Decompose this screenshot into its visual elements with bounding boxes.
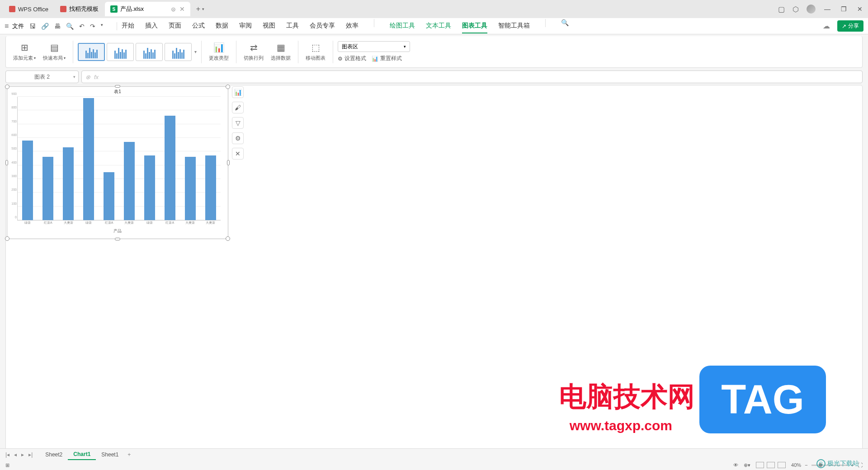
resize-handle[interactable] xyxy=(5,236,9,241)
page-view-icon[interactable] xyxy=(767,462,775,468)
chart-bar[interactable] xyxy=(165,116,175,220)
formula-input[interactable]: ⊗ fx xyxy=(81,70,863,83)
file-tab[interactable]: S 产品.xlsx ⊜ ✕ xyxy=(105,2,190,16)
resize-handle[interactable] xyxy=(226,85,230,89)
save-icon[interactable]: 🖫 xyxy=(29,23,36,30)
undo-icon[interactable]: ↶ xyxy=(79,23,85,30)
cloud-icon[interactable]: ☁ xyxy=(823,22,830,30)
tab-efficiency[interactable]: 效率 xyxy=(346,19,359,33)
share-button[interactable]: ↗ 分享 xyxy=(837,20,863,32)
chart-bar[interactable] xyxy=(185,157,196,220)
minimize-button[interactable]: — xyxy=(823,5,832,13)
tab-member[interactable]: 会员专享 xyxy=(310,19,335,33)
resize-handle[interactable] xyxy=(115,238,120,240)
chart-area-select[interactable]: 图表区 ▾ xyxy=(338,41,410,52)
eye-icon[interactable]: 👁 xyxy=(733,462,738,468)
chart-plot[interactable]: 0100200300400500600700800900绿茶红茶A大麦茶绿茶红茶… xyxy=(17,97,221,221)
chart-canvas[interactable]: 表1 0100200300400500600700800900绿茶红茶A大麦茶绿… xyxy=(5,85,863,452)
style-thumb-2[interactable] xyxy=(107,43,134,61)
chart-styles-icon[interactable]: 🖌 xyxy=(232,102,244,113)
chart-elements-icon[interactable]: 📊 xyxy=(232,86,244,98)
preview-icon[interactable]: 🔍 xyxy=(66,23,74,30)
fx-icon[interactable]: fx xyxy=(94,74,99,80)
chart-tools-icon[interactable]: ✕ xyxy=(232,148,244,160)
cancel-icon[interactable]: ⊗ xyxy=(85,74,90,80)
target-icon[interactable]: ⊕▾ xyxy=(744,462,750,468)
status-icon[interactable]: ⊞ xyxy=(5,462,9,468)
tab-drawtools[interactable]: 绘图工具 xyxy=(390,19,415,33)
resize-handle[interactable] xyxy=(5,85,9,89)
normal-view-icon[interactable] xyxy=(756,462,764,468)
chart-bar[interactable] xyxy=(63,147,74,220)
tab-smarttools[interactable]: 智能工具箱 xyxy=(498,19,530,33)
close-button[interactable]: ✕ xyxy=(855,5,864,13)
move-chart-button[interactable]: ⬚ 移动图表 xyxy=(303,38,328,66)
tab-insert[interactable]: 插入 xyxy=(145,19,158,33)
set-format-button[interactable]: ⚙ 设置格式 xyxy=(338,55,366,62)
chart-settings-icon[interactable]: ⚙ xyxy=(232,132,244,144)
app-tab[interactable]: WPS Office xyxy=(4,2,54,16)
tab-data[interactable]: 数据 xyxy=(216,19,228,33)
last-sheet-icon[interactable]: ▸| xyxy=(28,451,33,458)
link-icon[interactable]: 🔗 xyxy=(41,23,49,30)
chart-xtitle[interactable]: 产品 xyxy=(113,228,122,234)
name-box[interactable]: 图表 2 ▾ xyxy=(5,70,79,83)
zoom-out-button[interactable]: − xyxy=(805,462,807,468)
tab-texttools[interactable]: 文本工具 xyxy=(426,19,451,33)
qat-dropdown-icon[interactable]: ▾ xyxy=(101,23,103,30)
file-menu[interactable]: 文件 xyxy=(12,22,24,30)
tab-page[interactable]: 页面 xyxy=(169,19,181,33)
styles-more-icon[interactable]: ▾ xyxy=(194,49,197,54)
chart-title[interactable]: 表1 xyxy=(11,89,224,95)
chart-bar[interactable] xyxy=(205,155,216,220)
style-thumb-1[interactable] xyxy=(78,43,105,61)
chart-bar[interactable] xyxy=(124,142,135,220)
redo-icon[interactable]: ↷ xyxy=(90,23,95,30)
sheet-tab[interactable]: Sheet2 xyxy=(40,450,68,460)
prev-sheet-icon[interactable]: ◂ xyxy=(14,451,17,458)
search-icon[interactable]: 🔍 xyxy=(561,19,569,33)
next-sheet-icon[interactable]: ▸ xyxy=(21,451,24,458)
new-tab-button[interactable]: +▾ xyxy=(195,4,206,14)
select-data-button[interactable]: ▦ 选择数据 xyxy=(268,38,293,66)
break-view-icon[interactable] xyxy=(778,462,786,468)
style-thumb-4[interactable] xyxy=(165,43,192,61)
first-sheet-icon[interactable]: |◂ xyxy=(5,451,9,458)
tab-view[interactable]: 视图 xyxy=(263,19,275,33)
reset-style-button[interactable]: 📊 重置样式 xyxy=(372,55,402,62)
hamburger-icon[interactable]: ≡ xyxy=(5,22,9,30)
sheet-tab[interactable]: Sheet1 xyxy=(96,450,124,460)
template-tab[interactable]: 找稻壳模板 xyxy=(55,2,104,16)
quick-layout-button[interactable]: ▤ 快速布局▾ xyxy=(40,38,68,66)
cube-icon[interactable]: ⬡ xyxy=(792,5,799,13)
resize-handle[interactable] xyxy=(226,236,230,241)
chart-filter-icon[interactable]: ▽ xyxy=(232,117,244,129)
avatar[interactable] xyxy=(807,5,816,14)
add-element-button[interactable]: ⊞ 添加元素▾ xyxy=(10,38,38,66)
chart-bar[interactable] xyxy=(42,157,53,220)
close-icon[interactable]: ✕ xyxy=(179,5,185,13)
resize-handle[interactable] xyxy=(227,160,230,165)
tab-start[interactable]: 开始 xyxy=(122,19,134,33)
style-thumb-3[interactable] xyxy=(136,43,163,61)
tab-review[interactable]: 审阅 xyxy=(239,19,252,33)
sheet-tab-active[interactable]: Chart1 xyxy=(68,449,96,460)
maximize-button[interactable]: ❐ xyxy=(839,5,848,13)
add-sheet-button[interactable]: + xyxy=(127,451,131,458)
panel-icon[interactable]: ▢ xyxy=(778,5,785,13)
zoom-level[interactable]: 40% xyxy=(791,462,801,468)
switch-rc-button[interactable]: ⇄ 切换行列 xyxy=(241,38,266,66)
chart-bar[interactable] xyxy=(104,172,114,220)
tab-charttools[interactable]: 图表工具 xyxy=(462,19,487,33)
print-icon[interactable]: 🖶 xyxy=(54,23,61,30)
resize-handle[interactable] xyxy=(115,85,120,88)
tab-menu-icon[interactable]: ⊜ xyxy=(171,6,176,13)
resize-handle[interactable] xyxy=(5,160,8,165)
chart-object[interactable]: 表1 0100200300400500600700800900绿茶红茶A大麦茶绿… xyxy=(7,86,228,239)
chart-bar[interactable] xyxy=(22,141,33,220)
change-type-button[interactable]: 📊 更改类型 xyxy=(206,38,231,66)
chart-bar[interactable] xyxy=(83,98,94,220)
tab-formula[interactable]: 公式 xyxy=(192,19,205,33)
tab-tools[interactable]: 工具 xyxy=(286,19,299,33)
chart-bar[interactable] xyxy=(144,155,155,220)
